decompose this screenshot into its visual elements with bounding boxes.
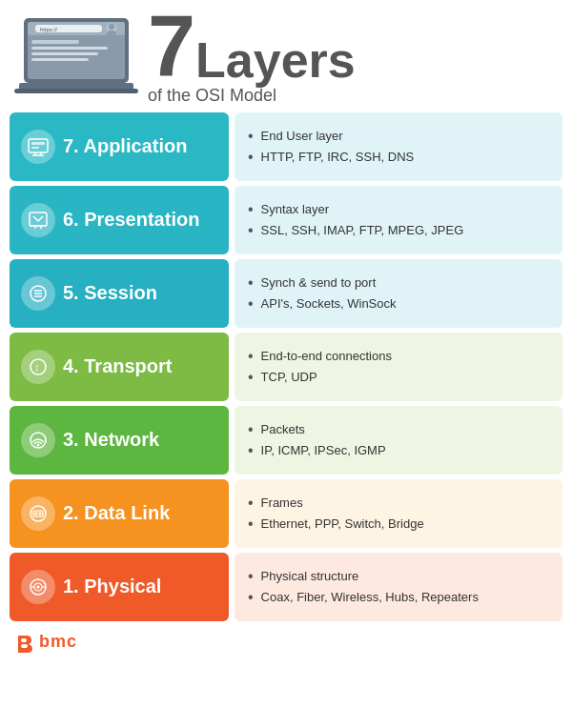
layer-1-name: 1. Physical <box>63 576 161 597</box>
layer-7-info: End User layer HTTP, FTP, IRC, SSH, DNS <box>235 112 562 181</box>
layer-1-info: Physical structure Coax, Fiber, Wireless… <box>235 553 562 621</box>
layer-2-label: 2. Data Link <box>10 479 229 548</box>
svg-rect-10 <box>31 52 98 55</box>
layer-5-info: Synch & send to port API's, Sockets, Win… <box>235 259 562 328</box>
svg-rect-15 <box>31 142 45 145</box>
layer-1-icon <box>21 570 55 604</box>
layer-4-bullet1: End-to-end connections <box>248 348 549 365</box>
layer-5-bullet2: API's, Sockets, WinSock <box>248 295 549 313</box>
title-word: Layers <box>195 38 356 83</box>
layer-row-6: 6. Presentation Syntax layer SSL, SSH, I… <box>10 186 562 254</box>
svg-rect-14 <box>29 139 48 152</box>
layer-6-name: 6. Presentation <box>63 209 199 231</box>
layer-1-bullet2: Coax, Fiber, Wireless, Hubs, Repeaters <box>248 589 549 606</box>
svg-point-39 <box>37 585 40 588</box>
layer-3-bullet2: IP, ICMP, IPSec, IGMP <box>248 442 549 459</box>
layer-3-bullet1: Packets <box>248 421 549 438</box>
layer-4-name: 4. Transport <box>63 355 172 377</box>
svg-rect-9 <box>31 47 108 50</box>
page-container: https:// 7 Layers of the OSI Mode <box>0 0 572 728</box>
layer-row-4: ↕ 4. Transport End-to-end connections TC… <box>10 333 562 401</box>
layer-2-icon <box>21 496 55 531</box>
svg-rect-20 <box>30 212 47 226</box>
svg-rect-42 <box>21 638 27 642</box>
footer: bmc <box>0 626 572 653</box>
layer-row-7: 7. Application End User layer HTTP, FTP,… <box>10 112 562 181</box>
layer-5-icon <box>21 276 55 311</box>
layer-7-bullet1: End User layer <box>248 128 549 145</box>
svg-rect-43 <box>21 644 28 648</box>
layer-6-label: 6. Presentation <box>10 186 229 254</box>
layer-6-info: Syntax layer SSL, SSH, IMAP, FTP, MPEG, … <box>235 186 562 254</box>
layer-row-1: 1. Physical Physical structure Coax, Fib… <box>10 553 562 621</box>
layer-5-bullet1: Synch & send to port <box>248 274 549 292</box>
layer-3-name: 3. Network <box>63 429 159 451</box>
title-number: 7 <box>148 10 195 83</box>
layer-4-bullet2: TCP, UDP <box>248 369 549 386</box>
layer-3-info: Packets IP, ICMP, IPSec, IGMP <box>235 406 562 475</box>
layer-row-5: 5. Session Synch & send to port API's, S… <box>10 259 562 328</box>
page-title-block: 7 Layers of the OSI Model <box>148 10 356 104</box>
layer-4-label: ↕ 4. Transport <box>10 333 229 401</box>
layer-2-bullet2: Ethernet, PPP, Switch, Bridge <box>248 516 549 533</box>
laptop-illustration: https:// <box>14 13 138 99</box>
layer-4-info: End-to-end connections TCP, UDP <box>235 333 562 401</box>
layer-3-icon <box>21 423 55 457</box>
layers-list: 7. Application End User layer HTTP, FTP,… <box>0 109 572 621</box>
layer-5-label: 5. Session <box>10 259 229 328</box>
layer-6-bullet1: Syntax layer <box>248 201 549 218</box>
svg-rect-16 <box>31 147 39 149</box>
layer-row-3: 3. Network Packets IP, ICMP, IPSec, IGMP <box>10 406 562 475</box>
layer-1-bullet1: Physical structure <box>248 568 549 585</box>
layer-7-name: 7. Application <box>63 135 187 157</box>
header: https:// 7 Layers of the OSI Mode <box>0 0 572 109</box>
svg-point-6 <box>109 24 114 30</box>
bmc-logo: bmc <box>14 632 77 653</box>
svg-rect-8 <box>31 40 79 44</box>
layer-7-icon <box>21 130 55 164</box>
layer-1-label: 1. Physical <box>10 553 229 621</box>
bmc-logo-text: bmc <box>39 632 77 652</box>
layer-6-icon <box>21 203 55 237</box>
layer-7-label: 7. Application <box>10 112 229 181</box>
svg-rect-13 <box>14 89 138 93</box>
layer-2-info: Frames Ethernet, PPP, Switch, Bridge <box>235 479 562 548</box>
layer-7-bullet2: HTTP, FTP, IRC, SSH, DNS <box>248 149 549 166</box>
svg-point-31 <box>37 443 40 446</box>
layer-6-bullet2: SSL, SSH, IMAP, FTP, MPEG, JPEG <box>248 222 549 239</box>
svg-text:https://: https:// <box>40 27 57 32</box>
layer-2-name: 2. Data Link <box>63 502 170 524</box>
svg-text:↕: ↕ <box>34 361 40 373</box>
layer-5-name: 5. Session <box>63 282 157 304</box>
layer-2-bullet1: Frames <box>248 495 549 512</box>
layer-row-2: 2. Data Link Frames Ethernet, PPP, Switc… <box>10 479 562 548</box>
layer-3-label: 3. Network <box>10 406 229 475</box>
layer-4-icon: ↕ <box>21 350 55 384</box>
svg-rect-11 <box>31 58 89 61</box>
svg-point-7 <box>107 30 116 36</box>
title-subtitle: of the OSI Model <box>148 87 356 104</box>
